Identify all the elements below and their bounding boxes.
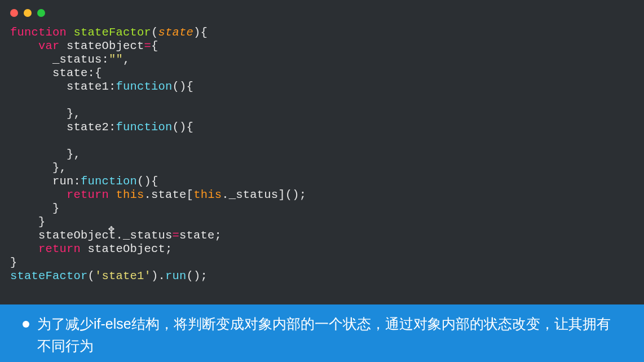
caption-banner: 为了减少if-else结构，将判断变成对象内部的一个状态，通过对象内部的状态改变… — [0, 304, 644, 362]
code-block: function stateFactor(state){ var stateOb… — [0, 26, 644, 283]
space — [109, 188, 116, 201]
colon-brace: :{ — [88, 67, 102, 80]
keyword-function: function — [81, 175, 137, 188]
prop-state2: state2 — [67, 121, 109, 134]
prop-status: _status — [52, 53, 102, 66]
colon: : — [102, 53, 109, 66]
call-statefactor: stateFactor — [10, 270, 88, 282]
paren-open: ( — [151, 26, 158, 39]
function-name: stateFactor — [74, 26, 152, 39]
colon: : — [109, 121, 116, 134]
keyword-return: return — [38, 242, 81, 255]
brace-open: { — [151, 39, 158, 52]
caption-text: 为了减少if-else结构，将判断变成对象内部的一个状态，通过对象内部的状态改变… — [37, 313, 621, 362]
keyword-function: function — [10, 26, 67, 39]
brace-close: }, — [67, 107, 81, 120]
assign-op: = — [173, 229, 180, 242]
keyword-function: function — [116, 80, 173, 93]
prop-state: state — [52, 67, 88, 80]
paren-brace: (){ — [137, 175, 158, 188]
keyword-function: function — [116, 121, 173, 134]
space — [81, 242, 88, 255]
brace-close: }, — [67, 148, 81, 161]
brace-close: } — [10, 256, 17, 269]
comma: , — [123, 53, 130, 66]
brace-close: } — [38, 215, 46, 228]
dot: . — [116, 229, 123, 242]
this-keyword: this — [193, 188, 222, 201]
call-end: (); — [187, 270, 208, 282]
param-state: state — [179, 229, 215, 242]
brace-close: } — [52, 202, 60, 215]
var-stateobject: stateObject — [38, 229, 116, 242]
prop-state1: state1 — [67, 80, 109, 93]
keyword-var: var — [38, 39, 60, 52]
minimize-icon[interactable] — [24, 9, 32, 17]
method-run: run — [165, 270, 187, 282]
assign-op: = — [144, 39, 152, 52]
colon: : — [74, 175, 81, 188]
paren-brace: (){ — [173, 121, 194, 134]
keyword-return: return — [67, 188, 109, 201]
paren-close-dot: ). — [151, 270, 165, 282]
var-stateobject: stateObject — [88, 242, 166, 255]
brace-close: }, — [52, 161, 67, 174]
semicolon: ; — [165, 242, 173, 255]
colon: : — [109, 80, 116, 93]
string-state1: 'state1' — [95, 270, 151, 282]
zoom-icon[interactable] — [37, 9, 45, 17]
bracket-close-call: ](); — [278, 188, 306, 201]
param-state: state — [158, 26, 194, 39]
this-keyword: this — [116, 188, 144, 201]
paren-brace: (){ — [173, 80, 194, 93]
dot: . — [144, 188, 152, 201]
prop-status: _status — [229, 188, 279, 201]
semicolon: ; — [215, 229, 222, 242]
prop-run: run — [52, 175, 74, 188]
close-icon[interactable] — [10, 9, 18, 17]
brace-open: ){ — [193, 26, 208, 39]
paren-open: ( — [88, 270, 95, 282]
string-empty: "" — [109, 53, 123, 66]
window-traffic-lights — [0, 6, 644, 26]
dot: . — [222, 188, 229, 201]
var-name: stateObject — [67, 39, 144, 52]
code-editor-window: function stateFactor(state){ var stateOb… — [0, 0, 644, 304]
bullet-icon — [23, 321, 29, 328]
prop-status: _status — [123, 229, 173, 242]
bracket-open: [ — [187, 188, 194, 201]
prop-state: state — [151, 188, 187, 201]
